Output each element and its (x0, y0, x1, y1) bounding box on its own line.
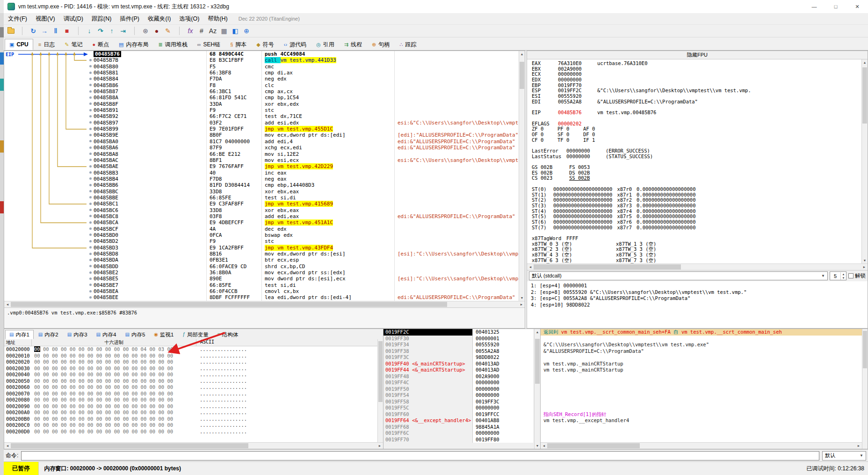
stack-comment-row[interactable]: &"C:\\Users\\sangfor\\Desktop\\vmptest\\… (541, 342, 862, 348)
disasm-row[interactable]: 00485B9E8B0Fmovecx,dword ptr ds:[edi][ed… (4, 132, 519, 138)
dump-row[interactable]: 0002003000 00 00 00 00 00 00 00 00 00 00… (4, 365, 383, 372)
window-layout-button[interactable]: ◧ (230, 25, 241, 37)
stack-row[interactable]: 0019FF48002A9000 (383, 373, 534, 380)
argument-row[interactable]: 1: [esp+4] 00000001 (531, 283, 868, 289)
stack-row[interactable]: 0019FF3C98DD8022 (383, 354, 534, 361)
disassembly-view[interactable]: EIP (4, 51, 519, 301)
disasm-row[interactable]: 00485B80F5cmc (4, 64, 519, 70)
tab-locals[interactable]: ƒ局部变量 (178, 330, 213, 339)
argument-row[interactable]: 2: [esp+8] 00555920 &"C:\\Users\\sangfor… (531, 289, 868, 296)
menu-item[interactable]: 插件(P) (116, 13, 144, 24)
dump-row[interactable]: 0002005000 00 00 00 00 00 00 00 00 00 00… (4, 378, 383, 385)
disasm-row[interactable]: 00485BC633D8xorebx,eax (4, 207, 519, 213)
step-out-button[interactable]: ↑ (106, 25, 117, 37)
tab-symbols[interactable]: ◆符号 (252, 39, 278, 50)
stack-comment-row[interactable] (541, 424, 862, 431)
scroll-down-icon[interactable]: ▼ (535, 443, 540, 449)
tab-handles[interactable]: ⊕句柄 (367, 39, 394, 50)
dump-row[interactable]: 0002000000 00 00 00 00 00 00 00 00 00 00… (4, 346, 383, 353)
dump-row[interactable]: 0002007000 00 00 00 00 00 00 00 00 00 00… (4, 391, 383, 397)
dump-row[interactable]: 0002002000 00 00 00 00 00 00 00 00 00 00… (4, 359, 383, 365)
menu-item[interactable]: 收藏夹(I) (144, 13, 175, 24)
run-button[interactable]: → (39, 25, 50, 37)
assemble-fx-button[interactable]: fx (185, 25, 196, 37)
disasm-row[interactable]: 00485B8166:3BF8cmpdi,ax (4, 70, 519, 76)
disasm-row[interactable]: 00485BB681FD D3084414cmpebp,144408D3 (4, 182, 519, 188)
stack-comment-row[interactable] (541, 437, 862, 443)
calling-convention-select[interactable]: 默认 (stdcall)▼ (529, 271, 828, 280)
argument-row[interactable]: 3: [esp+C] 0055A2A8 &"ALLUSERSPROFILE=C:… (531, 295, 868, 302)
tab-dump-5[interactable]: ▤内存5 (121, 330, 149, 339)
dump-rows[interactable]: 0002000000 00 00 00 00 00 00 00 00 00 00… (4, 346, 383, 442)
scroll-thumb[interactable] (11, 302, 447, 307)
stack-row[interactable]: 0019FF3000000001 (383, 336, 534, 342)
stack-row[interactable]: 0019FF600019FFCC (383, 411, 534, 418)
disasm-row[interactable]: 00485BEA66:0F4CCBcmovlcx,bx (4, 288, 519, 294)
scroll-thumb[interactable] (863, 331, 867, 368)
scroll-right-icon[interactable]: ► (861, 264, 868, 270)
disasm-row[interactable]: 00485BA866:BE E212movsi,12E2 (4, 151, 519, 157)
registers-view[interactable]: EAX76A310E0ucrtbase.76A310E0EBX002A9000E… (527, 59, 861, 263)
tab-log[interactable]: ≡日志 (34, 39, 59, 50)
stack-comment-rows[interactable]: 返回到 vm test.vmp.__scrt_common_main_seh+F… (541, 329, 862, 449)
disasm-row[interactable]: 00485BA687F9xchgecx,ediedi:&"ALLUSERSPRO… (4, 145, 519, 151)
argument-row[interactable]: 4: [esp+10] 98DD8022 (531, 302, 868, 308)
menu-item[interactable]: 选项(O) (175, 13, 203, 24)
tab-cpu[interactable]: ▣CPU (5, 39, 33, 50)
pause-button[interactable]: ‖ (50, 25, 61, 37)
disasm-row[interactable]: 00485BC803F8addedi,eaxedi:&"ALLUSERSPROF… (4, 213, 519, 219)
disasm-row[interactable]: 00485B8766:3BC1cmpax,cx (4, 88, 519, 95)
scroll-thumb[interactable] (862, 67, 867, 124)
disasm-row[interactable]: 00485BE236:8B0Amovecx,dword ptr ss:[edx] (4, 270, 519, 276)
tab-notes[interactable]: ✎笔记 (60, 39, 87, 50)
calculator-button[interactable]: ▦ (218, 25, 230, 37)
x87-tw-row[interactable]: x87TW_0 3 (空)x87TW_1 3 (空) (532, 241, 861, 247)
register-row[interactable]: EDI0055A2A8&"ALLUSERSPROFILE=C:\\Program… (532, 99, 861, 105)
tab-breakpoints[interactable]: ●断点 (87, 39, 114, 50)
scroll-down-icon[interactable]: ▼ (519, 295, 525, 301)
tab-dump-2[interactable]: ▤内存2 (34, 330, 63, 339)
stack-comment-row[interactable] (541, 336, 862, 342)
disasm-row[interactable]: 00485B8F33DAxorebx,edx (4, 101, 519, 107)
tab-source[interactable]: ‹›源代码 (279, 39, 311, 50)
unlock-checkbox[interactable]: 解锁 (848, 272, 866, 279)
dump-row[interactable]: 0002004000 00 00 00 00 00 00 00 00 00 00… (4, 372, 383, 378)
stack-row[interactable]: 0019FF5C00000000 (383, 405, 534, 411)
last-status-row[interactable]: LastError00000000(ERROR_SUCCESS) (532, 148, 861, 154)
stack-comment-row[interactable]: 返回到 vm test.vmp.__scrt_common_main_seh+F… (541, 329, 862, 336)
flags-row[interactable]: ZF 0PF 0AF 0 (532, 126, 861, 132)
disasm-row[interactable]: 00485B7668 8490C44Cpush4CC49084 (4, 51, 519, 57)
comments-vscrollbar[interactable] (862, 329, 868, 449)
strings-az-button[interactable]: Az (207, 25, 218, 37)
stack-comment-row[interactable] (541, 430, 862, 437)
comments-hscrollbar[interactable]: ◄ ► (541, 442, 862, 449)
step-into-button[interactable]: ↓ (84, 25, 95, 37)
scroll-down-icon[interactable]: ▼ (862, 257, 868, 263)
stack-row[interactable]: 0019FF3400555920 (383, 342, 534, 348)
disasm-row[interactable]: 00485BA081C7 04000000addedi,4edi:&"ALLUS… (4, 139, 519, 145)
stack-comment-row[interactable] (541, 373, 862, 380)
disasm-row[interactable]: 00485BCF4Adecedx (4, 226, 519, 232)
st-register-row[interactable]: ST(0)00000000000000000000x87r00.00000000… (532, 187, 861, 192)
disasm-row[interactable]: 00485B9266:F7C2 CE71testdx,71CE (4, 113, 519, 119)
disasm-row[interactable]: 00485B91F9stc (4, 107, 519, 113)
stack-comment-row[interactable] (541, 354, 862, 361)
registers-hscrollbar[interactable]: ◄ ► (527, 263, 868, 270)
menu-item[interactable]: 文件(F) (4, 13, 31, 24)
stack-row[interactable]: 0019FF5400000000 (383, 392, 534, 399)
maximize-button[interactable]: □ (825, 0, 846, 13)
scroll-left-icon[interactable]: ◄ (4, 443, 11, 449)
st-register-row[interactable]: ST(6)00000000000000000000x87r60.00000000… (532, 219, 861, 225)
scroll-thumb[interactable] (534, 264, 681, 270)
disasm-row[interactable]: 00485BD00FCAbswapedx (4, 232, 519, 238)
command-input[interactable] (21, 451, 819, 460)
stack-row[interactable]: 0019FF6C00000000 (383, 430, 534, 437)
tab-struct[interactable]: ≡结构体 (213, 330, 242, 339)
hide-fpu-button[interactable]: 隐藏FPU (527, 51, 868, 59)
scroll-up-icon[interactable]: ▲ (519, 51, 525, 57)
dump-row[interactable]: 000200A000 00 00 00 00 00 00 00 00 00 00… (4, 409, 383, 416)
register-row[interactable]: EAX76A310E0ucrtbase.76A310E0 (532, 61, 861, 66)
stack-comment-row[interactable]: &"ALLUSERSPROFILE=C:\\ProgramData" (541, 348, 862, 355)
patches-hash-button[interactable]: # (196, 25, 207, 37)
scroll-right-icon[interactable]: ► (518, 301, 525, 307)
